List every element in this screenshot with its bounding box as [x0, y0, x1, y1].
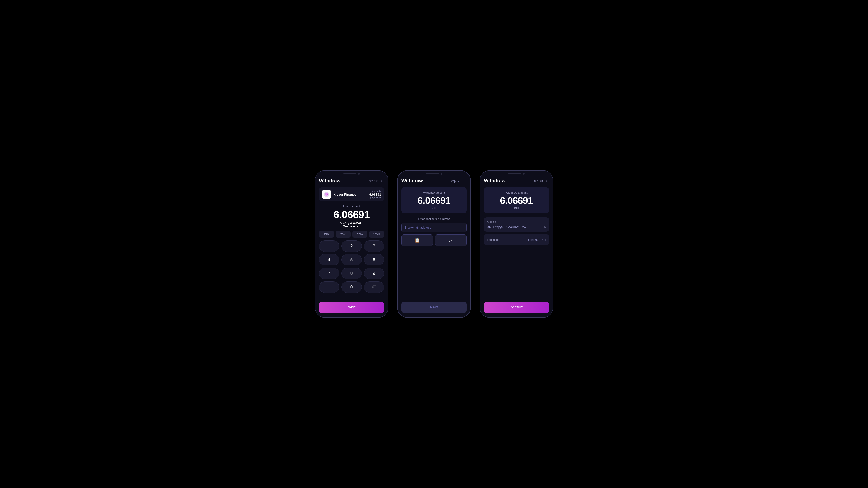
- asset-row: Klever Finance Available 6.06691 $ 1,819…: [319, 187, 384, 201]
- num-2-btn[interactable]: 2: [341, 240, 362, 252]
- available-usd: $ 1,819.48: [369, 196, 381, 199]
- youll-get-value: 6.05691: [353, 222, 363, 225]
- num-1-btn[interactable]: 1: [319, 240, 339, 252]
- confirm-button[interactable]: Confirm: [484, 302, 549, 313]
- big-amount-1: 6.06691: [319, 209, 384, 221]
- numpad: 1 2 3 4 5 6 7 8 9 . 0 ⌫: [319, 240, 384, 293]
- back-button-2[interactable]: ←: [463, 179, 467, 183]
- available-label: Available: [369, 190, 381, 193]
- header-2: Withdraw Step 2/3 ←: [401, 176, 467, 187]
- phone-notch-2: [398, 171, 470, 176]
- action-btns-row: 📋 ⇄: [401, 234, 467, 246]
- withdraw-amount-section-2: Withdraw amount 6.06691 KFI: [401, 187, 467, 214]
- exchange-summary-box: Exchange Fee: 0.01 KFI: [484, 234, 549, 245]
- num-0-btn[interactable]: 0: [341, 281, 362, 293]
- notch-dot-2: [440, 173, 442, 174]
- withdraw-big-amount-3: 6.06691: [487, 195, 546, 206]
- num-4-btn[interactable]: 4: [319, 254, 339, 265]
- asset-left: Klever Finance: [322, 190, 356, 199]
- phone-2: Withdraw Step 2/3 ← Withdraw amount 6.06…: [397, 170, 471, 318]
- fee-value-3: 0.01 KFI: [535, 238, 546, 241]
- header-3: Withdraw Step 3/3 ←: [484, 176, 549, 187]
- phone-3-content: Withdraw Step 3/3 ← Withdraw amount 6.06…: [480, 176, 553, 317]
- header-right-1: Step 1/3 ←: [368, 179, 384, 183]
- enter-amount-label: Enter amount: [319, 204, 384, 208]
- address-input[interactable]: [401, 223, 467, 232]
- withdraw-big-amount-2: 6.06691: [404, 195, 464, 206]
- address-summary-label: Address: [487, 220, 546, 223]
- available-amount: 6.06691: [369, 193, 381, 196]
- withdraw-currency-3: KFI: [487, 206, 546, 210]
- num-7-btn[interactable]: 7: [319, 268, 339, 279]
- pct-25-btn[interactable]: 25%: [319, 231, 334, 238]
- address-summary-value: kt6...DYcpyf› ...%o4CDW: ΞVw ✎: [487, 225, 546, 229]
- back-button-3[interactable]: ←: [545, 179, 549, 183]
- header-right-3: Step 3/3 ←: [532, 179, 549, 183]
- phone-notch-1: [315, 171, 388, 176]
- withdraw-amount-label-3: Withdraw amount: [487, 191, 546, 194]
- phone-1: Withdraw Step 1/3 ← Klever Finance: [315, 170, 389, 318]
- pct-100-btn[interactable]: 100%: [369, 231, 384, 238]
- withdraw-currency-2: KFI: [404, 206, 464, 210]
- num-5-btn[interactable]: 5: [341, 254, 362, 265]
- phone-2-content: Withdraw Step 2/3 ← Withdraw amount 6.06…: [398, 176, 470, 317]
- fee-label: (Fee Included): [343, 225, 360, 228]
- spacer-3: [484, 248, 549, 302]
- phone-notch-3: [480, 171, 553, 176]
- destination-label: Enter destination address: [401, 217, 467, 221]
- edit-icon[interactable]: ✎: [544, 225, 546, 229]
- phone-3: Withdraw Step 3/3 ← Withdraw amount 6.06…: [479, 170, 553, 318]
- phone-1-content: Withdraw Step 1/3 ← Klever Finance: [315, 176, 388, 317]
- header-1: Withdraw Step 1/3 ←: [319, 176, 384, 187]
- address-input-wrap: [401, 223, 467, 232]
- step-label-1: Step 1/3: [368, 180, 378, 183]
- percent-row: 25% 50% 75% 100%: [319, 231, 384, 238]
- withdraw-amount-section-3: Withdraw amount 6.06691 KFI: [484, 187, 549, 214]
- spacer-2: [401, 249, 467, 302]
- exchange-row: Exchange Fee: 0.01 KFI: [487, 237, 546, 242]
- delete-btn[interactable]: ⌫: [364, 281, 384, 293]
- paste-icon: 📋: [414, 238, 420, 243]
- paste-btn[interactable]: 📋: [401, 234, 433, 246]
- num-6-btn[interactable]: 6: [364, 254, 384, 265]
- back-button-1[interactable]: ←: [380, 179, 384, 183]
- num-dot-btn[interactable]: .: [319, 281, 339, 293]
- notch-pill-3: [508, 173, 521, 174]
- next-button-2[interactable]: Next: [401, 302, 467, 313]
- scan-icon: ⇄: [449, 238, 453, 243]
- asset-right: Available 6.06691 $ 1,819.48: [369, 190, 381, 199]
- notch-dot-1: [358, 173, 360, 174]
- page-title-3: Withdraw: [484, 178, 505, 184]
- page-title-1: Withdraw: [319, 178, 340, 184]
- num-8-btn[interactable]: 8: [341, 268, 362, 279]
- address-text: kt6...DYcpyf› ...%o4CDW: ΞVw: [487, 225, 526, 229]
- notch-pill-2: [426, 173, 439, 174]
- fee-label-3: Fee:: [528, 238, 534, 241]
- step-label-2: Step 2/3: [450, 180, 461, 183]
- next-button-1[interactable]: Next: [319, 302, 384, 313]
- phones-container: Withdraw Step 1/3 ← Klever Finance: [315, 170, 553, 318]
- notch-pill-1: [343, 173, 356, 174]
- exchange-label: Exchange: [487, 238, 499, 241]
- num-9-btn[interactable]: 9: [364, 268, 384, 279]
- asset-name: Klever Finance: [333, 193, 356, 196]
- notch-dot-3: [523, 173, 525, 174]
- withdraw-amount-label-2: Withdraw amount: [404, 191, 464, 194]
- step-label-3: Step 3/3: [532, 180, 543, 183]
- address-summary-box: Address kt6...DYcpyf› ...%o4CDW: ΞVw ✎: [484, 217, 549, 232]
- pct-50-btn[interactable]: 50%: [336, 231, 351, 238]
- youll-get: You'll get 6.05691 (Fee Included): [319, 222, 384, 228]
- pct-75-btn[interactable]: 75%: [352, 231, 367, 238]
- fee-row: Fee: 0.01 KFI: [528, 238, 546, 241]
- num-3-btn[interactable]: 3: [364, 240, 384, 252]
- asset-icon: [322, 190, 331, 199]
- scan-btn[interactable]: ⇄: [435, 234, 467, 246]
- youll-get-label: You'll get: [340, 222, 352, 225]
- page-title-2: Withdraw: [401, 178, 423, 184]
- header-right-2: Step 2/3 ←: [450, 179, 467, 183]
